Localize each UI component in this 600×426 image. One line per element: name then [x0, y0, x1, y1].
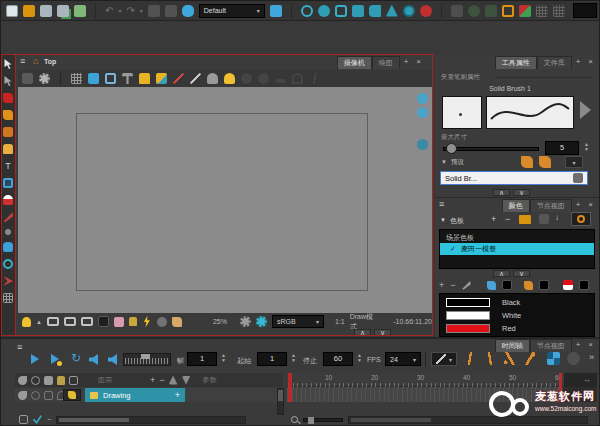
- preset-item-button[interactable]: [573, 173, 583, 183]
- sound-toggle-button[interactable]: [89, 354, 101, 365]
- node-red-icon[interactable]: [420, 5, 432, 17]
- cutter-tool-icon[interactable]: [3, 276, 13, 286]
- ghost-preview-icon[interactable]: [157, 317, 167, 327]
- frame-spinner[interactable]: ▲▼: [219, 353, 228, 363]
- onion-skin-icon[interactable]: [352, 5, 364, 17]
- brush-preview-next-icon[interactable]: [580, 101, 591, 119]
- spin-down-icon[interactable]: ▼: [219, 358, 228, 363]
- eraser-tool-icon[interactable]: [3, 144, 13, 154]
- paste-cycle-icon[interactable]: [567, 352, 580, 365]
- swatch-row-white[interactable]: White: [440, 309, 594, 322]
- palette-row-selected[interactable]: ✓ 麦田一模整: [440, 243, 594, 255]
- rotate-view-tool-icon[interactable]: [3, 259, 13, 269]
- view-reset-icon[interactable]: [417, 139, 428, 150]
- sound-scrub-button[interactable]: [108, 354, 120, 365]
- view-rotate-ccw-icon[interactable]: [417, 93, 428, 104]
- panel-menu-icon[interactable]: ≡: [20, 56, 25, 66]
- select-composite-icon[interactable]: [502, 5, 514, 17]
- monitor-view-icon[interactable]: [81, 317, 93, 326]
- brush-tool-icon[interactable]: [3, 93, 13, 103]
- layer-bar-selected[interactable]: Drawing +: [85, 388, 185, 402]
- palette-folder-icon[interactable]: [519, 215, 531, 224]
- start-value[interactable]: 1: [257, 352, 287, 366]
- outline-cells-icon[interactable]: [69, 376, 78, 385]
- layers-vscrollbar-thumb[interactable]: [278, 390, 283, 401]
- double-view-icon[interactable]: [64, 317, 76, 326]
- add-view-icon[interactable]: +: [400, 56, 413, 69]
- timeline-menu-icon[interactable]: ≡: [17, 342, 22, 352]
- solo-mode-icon[interactable]: [31, 376, 40, 385]
- frame-value[interactable]: 1: [187, 352, 217, 366]
- transform-icon[interactable]: [301, 5, 313, 17]
- bicolour-icon[interactable]: [563, 280, 573, 290]
- onion-prev-drawing-icon[interactable]: [241, 73, 252, 84]
- preset-menu-icon[interactable]: ▾: [565, 156, 583, 168]
- brush-colour-icon[interactable]: [524, 281, 533, 290]
- onion-range-icon[interactable]: [275, 79, 286, 83]
- close-view-icon[interactable]: ×: [412, 56, 425, 69]
- stop-value[interactable]: 60: [323, 352, 353, 366]
- remove-palette-icon[interactable]: −: [505, 214, 510, 224]
- add-drawing-layer-icon[interactable]: [519, 5, 531, 17]
- layers-hscrollbar[interactable]: [56, 416, 246, 424]
- tab-drawing[interactable]: 绘图: [372, 56, 400, 69]
- close-view-icon[interactable]: ×: [584, 199, 597, 212]
- delete-icon[interactable]: [165, 5, 177, 17]
- tab-tool-properties[interactable]: 工具属性: [495, 56, 537, 69]
- matte-view-icon[interactable]: [122, 73, 133, 84]
- scene-palette-group[interactable]: 场景色板: [446, 233, 474, 243]
- template-icon[interactable]: [74, 5, 86, 17]
- max-size-slider[interactable]: [443, 147, 539, 151]
- pencil-tool-icon[interactable]: [3, 110, 13, 120]
- paint-colour-swatch[interactable]: [579, 280, 589, 290]
- layers-vscrollbar[interactable]: [277, 388, 284, 415]
- props-collapse-down-icon[interactable]: ∨: [513, 189, 530, 196]
- jog-handle[interactable]: [141, 354, 150, 359]
- open-scene-icon[interactable]: [23, 5, 35, 17]
- grid-toggle-icon[interactable]: [3, 293, 13, 303]
- create-cycle-icon[interactable]: [547, 352, 560, 365]
- remove-layer-icon[interactable]: −: [159, 375, 164, 385]
- stamp-tool-icon[interactable]: [3, 127, 13, 137]
- thumbnails-icon[interactable]: [44, 376, 53, 385]
- tab-timeline[interactable]: 时间轴: [495, 339, 530, 352]
- enable-selected-icon[interactable]: [33, 415, 42, 424]
- view-rotate-cw-icon[interactable]: [417, 107, 428, 118]
- max-size-spinner[interactable]: ▲ ▼: [582, 142, 591, 152]
- pencil-colour-swatch[interactable]: [502, 280, 512, 290]
- ink-tool-icon[interactable]: [3, 212, 13, 222]
- spin-down-icon[interactable]: ▼: [582, 147, 591, 152]
- close-view-icon[interactable]: ×: [584, 339, 597, 352]
- add-peg-grid-icon[interactable]: [536, 5, 548, 17]
- mask-preview-icon[interactable]: [114, 317, 124, 327]
- ease-curve-edit-icon[interactable]: [503, 352, 516, 365]
- single-view-icon[interactable]: [47, 317, 59, 326]
- render-flash-icon[interactable]: [142, 316, 152, 328]
- palette-collapse-down-icon[interactable]: ∨: [513, 270, 530, 277]
- light-bulb-icon[interactable]: [22, 317, 31, 327]
- colour-panel-menu-icon[interactable]: ≡: [439, 199, 444, 209]
- undo-dropdown-icon[interactable]: ▾: [118, 7, 121, 14]
- current-drawing-on-top-icon[interactable]: [224, 73, 235, 84]
- new-scene-icon[interactable]: [6, 5, 18, 17]
- render-view-icon[interactable]: [270, 5, 282, 17]
- camera-canvas[interactable]: [18, 87, 432, 313]
- add-peg-icon[interactable]: [169, 376, 178, 385]
- zoom-level[interactable]: 25%: [213, 318, 227, 325]
- add-view-icon[interactable]: +: [572, 339, 585, 352]
- remove-colour-icon[interactable]: −: [450, 280, 455, 290]
- status-lock-icon[interactable]: [129, 317, 137, 326]
- transform-tool-icon[interactable]: [3, 59, 13, 69]
- link-palette-icon[interactable]: [539, 214, 549, 224]
- delete-brush-preset-icon[interactable]: [539, 156, 551, 168]
- timeline-zoom-knob[interactable]: [308, 417, 314, 424]
- message-log-icon[interactable]: [182, 5, 194, 17]
- onion-next-drawing-icon[interactable]: [258, 73, 269, 84]
- max-size-value[interactable]: 5: [545, 141, 579, 155]
- show-grid-icon[interactable]: [71, 73, 82, 84]
- start-spinner[interactable]: ▲▼: [289, 353, 298, 363]
- reduce-icon[interactable]: −: [47, 416, 51, 423]
- swatch-row-black[interactable]: Black: [440, 296, 594, 309]
- active-mode-icon[interactable]: [98, 316, 109, 327]
- new-brush-preset-icon[interactable]: [521, 156, 533, 168]
